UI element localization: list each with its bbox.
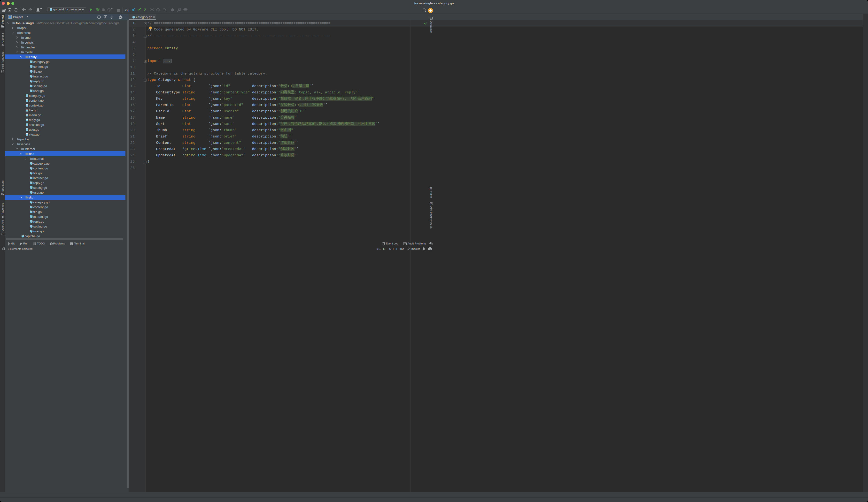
svg-text:/API: /API — [1, 233, 4, 234]
svg-text:M: M — [430, 187, 432, 190]
svg-text:?: ? — [429, 247, 430, 250]
svg-text:/API: /API — [404, 243, 406, 245]
svg-text:/API: /API — [430, 203, 432, 205]
